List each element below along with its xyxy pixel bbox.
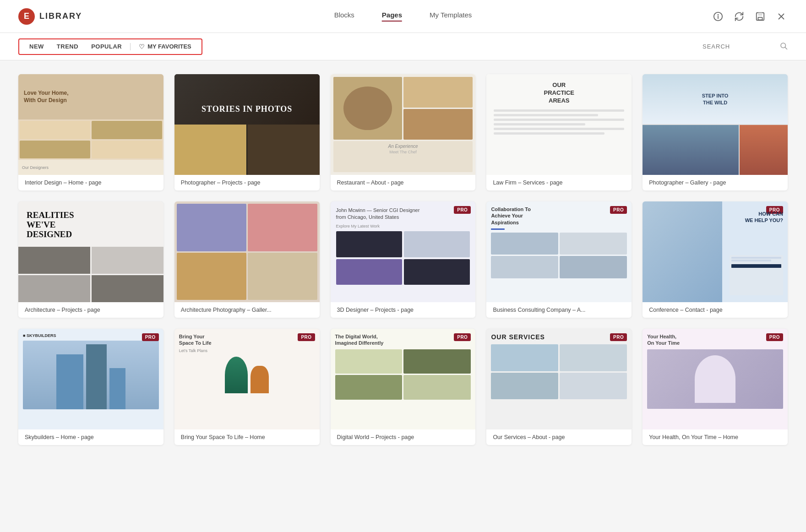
card-label: Business Consulting Company – A...	[486, 302, 632, 318]
grid-area: Love Your Home,With Our Design Our Desig…	[0, 60, 806, 532]
card-label: Restaurant – About - page	[331, 175, 476, 190]
pro-badge: PRO	[610, 333, 627, 341]
svg-rect-5	[758, 17, 762, 20]
card-thumb-conf: PRO HOW CANWE HELP YOU?	[643, 201, 788, 302]
card-label: Photographer – Projects - page	[174, 175, 320, 190]
card-thumb-designer: PRO John Mcwinn — Senior CGI Designerfro…	[331, 201, 476, 302]
card-label: Architecture – Projects - page	[18, 302, 163, 318]
close-icon[interactable]	[775, 10, 788, 23]
card-arch-photo[interactable]: Architecture Photography – Galler...	[174, 201, 320, 318]
elementor-logo: E	[18, 8, 35, 25]
favorites-label: MY FAVORITES	[147, 43, 191, 50]
card-skybuilders[interactable]: PRO ■ SKYBUILDERS Skybuilders – Home - p…	[18, 329, 163, 445]
card-our-services[interactable]: PRO OUR SERVICES Our Services – About - …	[486, 329, 632, 445]
card-thumb-restaurant: An Experience Meet The Chef	[331, 74, 476, 175]
tab-pages[interactable]: Pages	[382, 11, 402, 22]
card-label: Your Health, On Your Time – Home	[643, 429, 788, 445]
card-architecture-projects[interactable]: REALITIESWE'VEDESIGNED Architecture – Pr…	[18, 201, 163, 318]
card-label: Our Services – About - page	[486, 429, 632, 445]
card-thumb-photo-gallery: STEP INTOTHE WILD	[643, 74, 788, 175]
header: E LIBRARY Blocks Pages My Templates	[0, 0, 806, 33]
pro-badge: PRO	[454, 206, 471, 214]
card-thumb-realities: REALITIESWE'VEDESIGNED	[18, 201, 163, 302]
stories-overlay-text: STORIES IN PHOTOS	[182, 104, 312, 114]
card-label: Photographer – Gallery - page	[643, 175, 788, 190]
filter-tabs-group: NEW TREND POPULAR ♡ MY FAVORITES	[18, 38, 202, 55]
pro-badge: PRO	[610, 206, 627, 214]
card-restaurant-about[interactable]: An Experience Meet The Chef Restaurant –…	[331, 74, 476, 190]
search-input[interactable]	[703, 43, 776, 50]
template-grid: Love Your Home,With Our Design Our Desig…	[18, 74, 788, 445]
card-label: Bring Your Space To Life – Home	[174, 429, 320, 445]
filter-popular[interactable]: POPULAR	[85, 41, 128, 52]
logo-area: E LIBRARY	[18, 8, 110, 25]
library-container: E LIBRARY Blocks Pages My Templates	[0, 0, 806, 532]
main-tabs: Blocks Pages My Templates	[334, 11, 472, 22]
search-icon[interactable]	[779, 42, 788, 52]
header-actions	[712, 10, 788, 23]
card-label: Digital World – Projects - page	[331, 429, 476, 445]
pro-badge: PRO	[766, 333, 783, 341]
card-thumb-biz: PRO Collaboration ToAchieve YourAspirati…	[486, 201, 632, 302]
card-label: Conference – Contact - page	[643, 302, 788, 318]
save-icon[interactable]	[754, 10, 767, 23]
filter-new[interactable]: NEW	[23, 41, 50, 52]
card-thumb-skybuilders: PRO ■ SKYBUILDERS	[18, 329, 163, 429]
card-biz-consulting[interactable]: PRO Collaboration ToAchieve YourAspirati…	[486, 201, 632, 318]
filter-favorites[interactable]: ♡ MY FAVORITES	[132, 41, 198, 52]
tab-blocks[interactable]: Blocks	[334, 11, 354, 22]
filter-divider	[130, 43, 131, 50]
library-title: LIBRARY	[39, 11, 82, 21]
card-bring-space[interactable]: PRO Bring YourSpace To Life Let's Talk P…	[174, 329, 320, 445]
pro-badge: PRO	[298, 333, 315, 341]
heart-icon: ♡	[139, 43, 145, 50]
card-label: Interior Design – Home - page	[18, 175, 163, 190]
card-law-firm[interactable]: OURPRACTICEAREAS Law Firm – Services - p…	[486, 74, 632, 190]
card-photographer-projects[interactable]: STORIES IN PHOTOS Photographer – Project…	[174, 74, 320, 190]
card-thumb-arch-photo	[174, 201, 320, 302]
search-area	[703, 42, 788, 52]
info-icon[interactable]	[712, 10, 724, 23]
card-thumb-digital: PRO The Digital World,Imagined Different…	[331, 329, 476, 429]
card-digital-world[interactable]: PRO The Digital World,Imagined Different…	[331, 329, 476, 445]
svg-rect-4	[758, 12, 762, 15]
card-thumb-our-services: PRO OUR SERVICES	[486, 329, 632, 429]
card-thumb-health: PRO Your Health,On Your Time	[643, 329, 788, 429]
card-thumb-stories: STORIES IN PHOTOS	[174, 74, 320, 175]
card-3d-designer[interactable]: PRO John Mcwinn — Senior CGI Designerfro…	[331, 201, 476, 318]
card-thumb-interior: Love Your Home,With Our Design Our Desig…	[18, 74, 163, 175]
card-thumb-bring-space: PRO Bring YourSpace To Life Let's Talk P…	[174, 329, 320, 429]
card-conference[interactable]: PRO HOW CANWE HELP YOU? Conference – Con…	[643, 201, 788, 318]
pro-badge: PRO	[142, 333, 159, 341]
card-label: Skybuilders – Home - page	[18, 429, 163, 445]
tab-my-templates[interactable]: My Templates	[430, 11, 472, 22]
card-thumb-law: OURPRACTICEAREAS	[486, 74, 632, 175]
filter-bar: NEW TREND POPULAR ♡ MY FAVORITES	[0, 33, 806, 60]
card-photo-gallery[interactable]: STEP INTOTHE WILD Photographer – Gallery…	[643, 74, 788, 190]
card-label: Law Firm – Services - page	[486, 175, 632, 190]
realities-text: REALITIESWE'VEDESIGNED	[27, 211, 74, 239]
card-health[interactable]: PRO Your Health,On Your Time Your Health…	[643, 329, 788, 445]
pro-badge: PRO	[454, 333, 471, 341]
filter-trend[interactable]: TREND	[50, 41, 85, 52]
card-label: 3D Designer – Projects - page	[331, 302, 476, 318]
refresh-icon[interactable]	[733, 10, 746, 23]
card-label: Architecture Photography – Galler...	[174, 302, 320, 318]
card-interior-design[interactable]: Love Your Home,With Our Design Our Desig…	[18, 74, 163, 190]
svg-line-9	[785, 47, 787, 49]
